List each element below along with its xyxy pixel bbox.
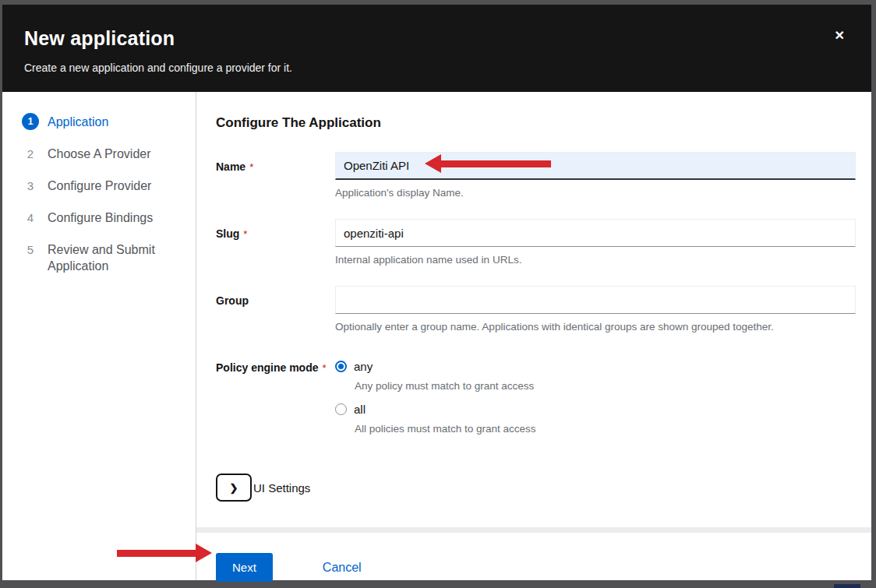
slug-form-row: Slug* Internal application name used in … <box>216 219 856 266</box>
policy-mode-any-radio[interactable]: any <box>335 360 856 373</box>
slug-helper-text: Internal application name used in URLs. <box>335 254 856 266</box>
wizard-step-configure-provider[interactable]: 3 Configure Provider <box>22 177 182 194</box>
modal-body: 1 Application 2 Choose A Provider 3 Conf… <box>2 92 871 580</box>
step-number: 5 <box>22 241 39 258</box>
group-label: Group <box>216 294 249 307</box>
radio-unchecked-icon[interactable] <box>335 403 347 415</box>
step-number: 4 <box>22 209 39 226</box>
name-field[interactable] <box>335 152 856 180</box>
modal-header: New application Create a new application… <box>2 5 871 92</box>
required-asterisk: * <box>249 161 253 173</box>
step-number-badge: 1 <box>22 113 39 130</box>
step-label: Choose A Provider <box>48 145 151 162</box>
wizard-step-application[interactable]: 1 Application <box>22 113 182 130</box>
step-label: Configure Bindings <box>48 209 153 226</box>
modal-subtitle: Create a new application and configure a… <box>24 62 850 74</box>
wizard-step-choose-provider[interactable]: 2 Choose A Provider <box>22 145 182 162</box>
policy-engine-mode-row: Policy engine mode* any Any policy must … <box>216 353 856 445</box>
new-application-modal: New application Create a new application… <box>2 5 871 580</box>
policy-mode-any-description: Any policy must match to grant access <box>355 380 856 392</box>
footer-divider <box>196 527 871 533</box>
required-asterisk: * <box>243 228 247 240</box>
group-form-row: Group Optionally enter a group name. App… <box>216 286 856 333</box>
ui-settings-expander: ❯ UI Settings <box>216 474 856 502</box>
group-helper-text: Optionally enter a group name. Applicati… <box>335 321 856 333</box>
step-number: 2 <box>22 145 39 162</box>
radio-label: all <box>354 403 366 416</box>
policy-mode-all-radio[interactable]: all <box>335 403 856 416</box>
slug-label: Slug <box>216 227 239 240</box>
step-number: 3 <box>22 177 39 194</box>
required-asterisk: * <box>322 362 326 374</box>
cancel-link[interactable]: Cancel <box>323 561 362 575</box>
expand-chevron-icon[interactable]: ❯ <box>216 474 252 502</box>
ui-settings-label: UI Settings <box>253 481 310 495</box>
next-button[interactable]: Next <box>216 553 273 582</box>
policy-engine-mode-label: Policy engine mode <box>216 361 318 374</box>
policy-mode-all-description: All policies must match to grant access <box>355 423 856 435</box>
wizard-step-review-submit[interactable]: 5 Review and Submit Application <box>22 241 182 274</box>
group-field[interactable] <box>335 286 856 314</box>
radio-checked-icon[interactable] <box>335 361 347 372</box>
step-label: Application <box>48 113 108 130</box>
step-label: Review and Submit Application <box>48 241 182 274</box>
wizard-content-pane: Configure The Application Name* Applicat… <box>196 92 871 580</box>
name-form-row: Name* Application's display Name. <box>216 152 856 199</box>
step-label: Configure Provider <box>48 177 151 194</box>
slug-field[interactable] <box>335 219 856 247</box>
wizard-footer: Next Cancel <box>216 533 856 582</box>
backdrop-page-artifact <box>834 584 860 588</box>
page-title: Configure The Application <box>216 115 856 131</box>
modal-title: New application <box>24 27 850 50</box>
wizard-step-configure-bindings[interactable]: 4 Configure Bindings <box>22 209 182 226</box>
name-label: Name <box>216 160 245 173</box>
close-icon[interactable]: ✕ <box>835 30 845 42</box>
radio-label: any <box>354 360 373 373</box>
wizard-step-sidebar: 1 Application 2 Choose A Provider 3 Conf… <box>2 92 196 580</box>
name-helper-text: Application's display Name. <box>335 187 856 199</box>
